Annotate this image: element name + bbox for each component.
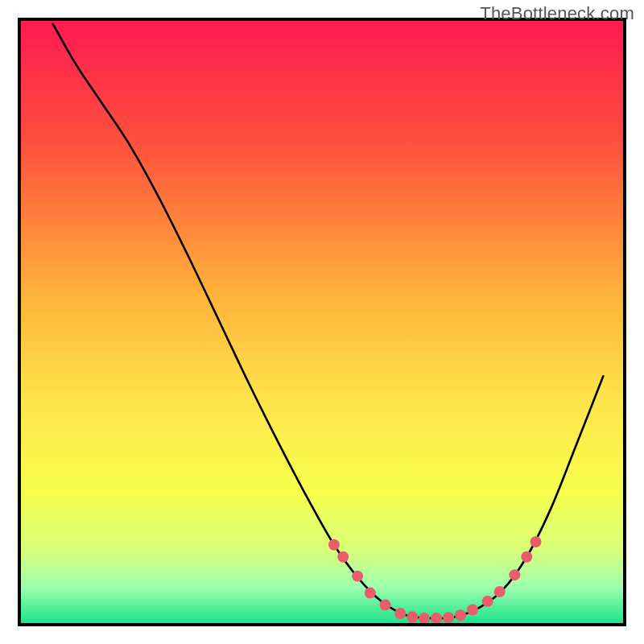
data-point [407, 612, 418, 623]
data-point [337, 551, 349, 563]
data-point [494, 586, 506, 597]
data-point [482, 596, 493, 607]
watermark-label: TheBottleneck.com [480, 3, 634, 24]
data-point [530, 536, 542, 547]
data-point [419, 613, 430, 624]
data-point [380, 600, 391, 611]
data-point [328, 539, 340, 551]
data-point [352, 571, 363, 582]
data-point [467, 605, 478, 616]
data-point [431, 613, 442, 624]
data-point [455, 609, 466, 621]
data-point [521, 551, 532, 563]
data-point [365, 588, 376, 599]
gradient-background [21, 21, 623, 623]
chart-stage: TheBottleneck.com [0, 0, 644, 644]
data-point [443, 612, 454, 623]
bottleneck-chart [0, 0, 644, 644]
data-point [394, 608, 406, 619]
data-point [509, 569, 520, 580]
